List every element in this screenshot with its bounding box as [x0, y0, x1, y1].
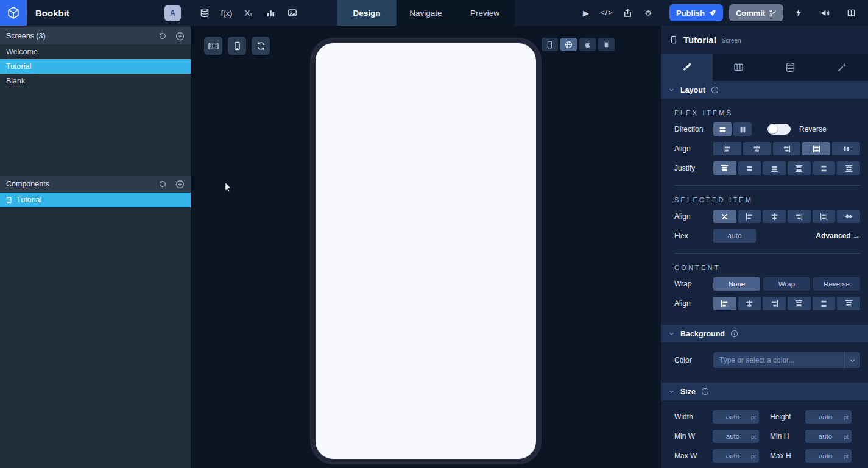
- align-end-button[interactable]: [788, 210, 811, 223]
- justify-center-button[interactable]: [738, 161, 761, 175]
- publish-button[interactable]: Publish: [669, 4, 723, 21]
- megaphone-icon[interactable]: [816, 4, 834, 22]
- size-section-header[interactable]: Size: [661, 383, 868, 400]
- align-end-button[interactable]: [763, 297, 786, 310]
- color-dropdown-button[interactable]: [844, 352, 860, 368]
- justify-evenly-button[interactable]: [837, 297, 860, 310]
- align-baseline-button[interactable]: [832, 142, 860, 155]
- justify-start-button[interactable]: [713, 161, 736, 175]
- tab-styles-brush-icon[interactable]: [661, 54, 713, 81]
- align-start-button[interactable]: [713, 297, 736, 310]
- commit-button[interactable]: Commit: [729, 4, 783, 21]
- layout-section-header[interactable]: Layout: [661, 81, 868, 99]
- component-item-tutorial[interactable]: Tutorial: [0, 193, 191, 207]
- size-section-title: Size: [680, 388, 696, 396]
- tab-config-icon[interactable]: [713, 54, 764, 81]
- device-android-icon[interactable]: [598, 38, 615, 51]
- tab-data-icon[interactable]: [764, 54, 816, 81]
- flex-direction-row-button[interactable]: [713, 122, 732, 136]
- width-input[interactable]: auto pt: [713, 410, 759, 424]
- reverse-toggle[interactable]: [767, 124, 791, 135]
- align-center-button[interactable]: [763, 210, 786, 223]
- theme-icon[interactable]: [261, 4, 280, 22]
- width-value: auto: [716, 413, 750, 420]
- app-logo[interactable]: [0, 0, 27, 26]
- background-section-header[interactable]: Background: [661, 325, 868, 342]
- align-center-button[interactable]: [743, 142, 771, 155]
- docs-book-icon[interactable]: [842, 4, 860, 22]
- inspector-body: Layout FLEX ITEMS Direction Reverse Alig…: [661, 81, 868, 468]
- flex-items-label: FLEX ITEMS: [674, 109, 860, 116]
- code-icon[interactable]: </>: [598, 4, 616, 22]
- functions-icon[interactable]: f(x): [217, 4, 236, 22]
- tab-navigate[interactable]: Navigate: [397, 0, 456, 26]
- add-component-icon[interactable]: [175, 180, 185, 189]
- justify-between-button[interactable]: [788, 161, 811, 175]
- inspector-subtitle: Screen: [722, 37, 741, 44]
- justify-around-button[interactable]: [813, 161, 836, 175]
- components-history-icon[interactable]: [158, 180, 167, 188]
- divider: [674, 185, 860, 186]
- device-ios-icon[interactable]: [579, 38, 596, 51]
- max-width-input[interactable]: auto pt: [713, 449, 759, 463]
- align-start-button[interactable]: [713, 142, 741, 155]
- gear-icon[interactable]: ⚙: [639, 4, 657, 22]
- item-align-row: Align: [674, 210, 860, 223]
- lightning-icon[interactable]: [789, 4, 808, 22]
- avatar[interactable]: A: [164, 5, 181, 21]
- tab-actions-wand-icon[interactable]: [816, 54, 868, 81]
- justify-around-button[interactable]: [813, 297, 836, 310]
- wrap-wrap-button[interactable]: Wrap: [763, 277, 810, 291]
- flex-input[interactable]: auto: [713, 229, 756, 243]
- info-icon[interactable]: [730, 330, 738, 338]
- screens-history-icon[interactable]: [158, 32, 167, 40]
- min-height-input[interactable]: auto pt: [805, 430, 852, 443]
- data-stack-icon[interactable]: [196, 4, 214, 22]
- align-end-button[interactable]: [773, 142, 801, 155]
- align-baseline-button[interactable]: [837, 210, 860, 223]
- align-center-button[interactable]: [738, 297, 761, 310]
- height-input[interactable]: auto pt: [805, 410, 852, 424]
- topbar: Bookbit A f(x) X₁ Design Navigate Previe…: [0, 0, 868, 26]
- justify-evenly-button[interactable]: [837, 161, 860, 175]
- max-height-input[interactable]: auto pt: [805, 449, 852, 463]
- screen-item-tutorial[interactable]: Tutorial: [0, 59, 191, 74]
- device-preview[interactable]: [310, 38, 542, 464]
- add-screen-icon[interactable]: [175, 32, 185, 41]
- device-frame-icon[interactable]: [228, 37, 246, 55]
- tab-preview[interactable]: Preview: [456, 0, 515, 26]
- screens-header-label: Screens (3): [6, 32, 46, 40]
- info-icon[interactable]: [701, 388, 709, 395]
- variables-icon[interactable]: X₁: [239, 4, 258, 22]
- tab-design[interactable]: Design: [337, 0, 397, 26]
- align-start-button[interactable]: [738, 210, 761, 223]
- assets-icon[interactable]: [283, 4, 302, 22]
- share-icon[interactable]: [618, 4, 637, 22]
- chevron-down-icon: [668, 330, 675, 337]
- keyboard-icon[interactable]: [204, 37, 222, 55]
- align-auto-button[interactable]: [713, 210, 736, 223]
- color-input[interactable]: [713, 356, 844, 364]
- flex-direction-column-button[interactable]: [733, 122, 752, 136]
- wrap-none-button[interactable]: None: [713, 277, 760, 291]
- max-width-value: auto: [716, 452, 750, 459]
- justify-end-button[interactable]: [763, 161, 786, 175]
- design-canvas[interactable]: [191, 26, 661, 468]
- canvas-toolbar: [204, 37, 270, 55]
- advanced-link[interactable]: Advanced →: [816, 232, 860, 240]
- min-width-unit: pt: [751, 433, 756, 440]
- info-icon[interactable]: [711, 86, 719, 94]
- justify-between-button[interactable]: [788, 297, 811, 310]
- device-web-icon[interactable]: [560, 38, 577, 51]
- device-phone-icon[interactable]: [542, 38, 558, 51]
- align-stretch-button[interactable]: [813, 210, 836, 223]
- layout-align-row: Align: [674, 142, 860, 155]
- screen-item-blank[interactable]: Blank: [0, 74, 191, 88]
- min-width-input[interactable]: auto pt: [713, 430, 759, 443]
- inspector-title: Tutorial: [683, 35, 716, 45]
- play-icon[interactable]: ▶: [577, 4, 595, 22]
- align-stretch-button[interactable]: [802, 142, 830, 155]
- screen-item-welcome[interactable]: Welcome: [0, 44, 191, 59]
- wrap-reverse-button[interactable]: Reverse: [813, 277, 860, 291]
- refresh-icon[interactable]: [252, 37, 270, 55]
